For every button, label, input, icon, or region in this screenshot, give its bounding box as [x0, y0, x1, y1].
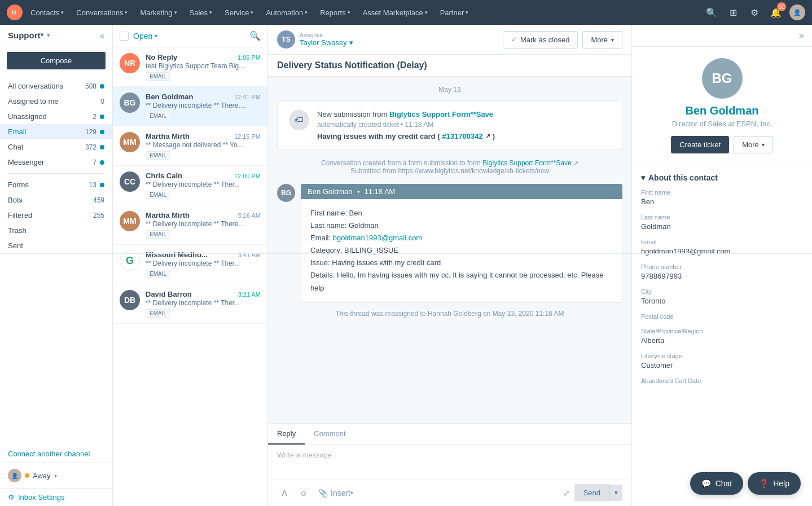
sidebar-item-unassigned[interactable]: Unassigned 2 [0, 109, 112, 124]
conv-item-marthamirth1[interactable]: MM Martha Mirth 12:15 PM ** Message not … [113, 126, 267, 166]
hubspot-logo[interactable]: H [7, 5, 23, 20]
sidebar-item-filtered[interactable]: Filtered 255 [0, 208, 112, 223]
form-name-link[interactable]: Biglytics Support Form**Save [389, 110, 493, 118]
mark-closed-button[interactable]: ✓ Mark as closed [503, 31, 578, 49]
gear-icon: ⚙ [8, 493, 15, 501]
right-sidebar-header: » [632, 25, 812, 47]
sidebar-item-messenger[interactable]: Messenger 7 [0, 155, 112, 170]
assignee-info: Assignee Taylor Swasey ▾ [300, 32, 353, 47]
left-sidebar: Support* ▾ « Compose All conversations 5… [0, 25, 113, 506]
msg-details: Details: Hello, Im having issues with my… [310, 269, 613, 294]
sidebar-item-chat[interactable]: Chat 372 [0, 139, 112, 155]
ticket-link: Having issues with my credit card ( #131… [317, 132, 495, 140]
expand-icon[interactable]: ⤢ [563, 489, 570, 498]
filter-chevron: ▾ [155, 33, 157, 39]
conv-avatar: NR [120, 53, 140, 73]
nav-divider [8, 173, 104, 174]
form-note-link[interactable]: Biglytics Support Form**Save [482, 159, 571, 167]
conv-item-marthamirth2[interactable]: MM Martha Mirth 5:16 AM ** Delivery inco… [113, 205, 267, 245]
help-button[interactable]: ❓ Help [748, 472, 801, 495]
expand-panel-icon[interactable]: » [799, 30, 804, 41]
sidebar-item-trash[interactable]: Trash [0, 223, 112, 238]
nav-asset-marketplace[interactable]: Asset Marketplace▾ [358, 6, 432, 19]
message-area: May 13 🏷 New submission from Biglytics S… [268, 77, 631, 423]
emoji-icon[interactable]: ☺ [296, 486, 311, 500]
email-dot [100, 130, 104, 134]
assignee-name[interactable]: Taylor Swasey ▾ [300, 38, 353, 47]
sidebar-item-email[interactable]: Email 129 [0, 124, 112, 139]
text-format-icon[interactable]: A [277, 486, 292, 500]
conv-avatar: DB [120, 290, 140, 310]
nav-conversations[interactable]: Conversations▾ [72, 6, 132, 19]
user-avatar[interactable]: 👤 [789, 5, 805, 20]
more-caret-icon: ▾ [762, 142, 765, 148]
sidebar-item-assigned[interactable]: Assigned to me 0 [0, 94, 112, 109]
conversation-title: Delivery Status Notification (Delay) [277, 60, 622, 71]
section-collapse-chevron[interactable]: ▾ [641, 173, 645, 182]
sidebar-item-bots[interactable]: Bots 459 [0, 192, 112, 208]
send-dropdown-caret[interactable]: ▾ [609, 485, 622, 501]
notifications-icon[interactable]: 🔔 50 [768, 5, 784, 20]
connect-another-channel[interactable]: Connect another channel [0, 445, 112, 463]
collapse-icon[interactable]: « [100, 31, 104, 40]
conv-item-missourimedhu[interactable]: G Missouri Medhu... 3:41 AM ** Delivery … [113, 245, 267, 284]
msg-sender-avatar: BG [277, 184, 295, 202]
send-button[interactable]: Send [574, 484, 609, 501]
conversation-main: TS Assignee Taylor Swasey ▾ ✓ Mark as cl… [268, 25, 631, 506]
conv-item-bengoldman[interactable]: BG Ben Goldman 12:41 PM ** Delivery inco… [113, 87, 267, 126]
create-ticket-button[interactable]: Create ticket [671, 136, 729, 153]
nav-contacts[interactable]: Contacts▾ [26, 6, 68, 19]
filter-open-button[interactable]: Open ▾ [133, 32, 157, 41]
conv-item-chriscain[interactable]: CC Chris Cain 12:00 PM ** Delivery incom… [113, 166, 267, 205]
chat-dot [100, 145, 104, 149]
msg-category: Category: BILLING_ISSUE [310, 244, 613, 257]
forms-dot [100, 183, 104, 187]
tab-comment[interactable]: Comment [305, 424, 354, 445]
away-indicator[interactable]: 👤 Away ▾ [8, 469, 57, 482]
more-button[interactable]: More ▾ [582, 31, 622, 49]
marketplace-icon[interactable]: ⊞ [725, 5, 741, 20]
nav-service[interactable]: Service▾ [220, 6, 258, 19]
conv-main-header: TS Assignee Taylor Swasey ▾ ✓ Mark as cl… [268, 25, 631, 55]
nav-partner[interactable]: Partner▾ [436, 6, 473, 19]
conv-item-davidbarron[interactable]: DB David Barron 3:21 AM ** Delivery inco… [113, 284, 267, 324]
sidebar-title[interactable]: Support* ▾ [8, 30, 50, 40]
select-all-checkbox[interactable] [120, 32, 129, 41]
nav-marketing[interactable]: Marketing▾ [135, 6, 181, 19]
msg-last-name: Last name: Goldman [310, 219, 613, 232]
conv-search-icon[interactable]: 🔍 [249, 30, 261, 41]
reply-placeholder: Write a message [277, 451, 332, 459]
sidebar-item-all[interactable]: All conversations 508 [0, 78, 112, 94]
message-bubble: BG Ben Goldman ▾ 11:18 AM First name: Be… [277, 184, 622, 303]
chat-widget-button[interactable]: 💬 Chat [690, 472, 744, 495]
field-phone: Phone number 9788697993 [641, 263, 803, 280]
header-actions: ✓ Mark as closed More ▾ [503, 31, 622, 49]
nav-sales[interactable]: Sales▾ [185, 6, 217, 19]
about-section: ▾ About this contact First name Ben Last… [632, 165, 812, 400]
conv-content: Ben Goldman 12:41 PM ** Delivery incompl… [146, 93, 261, 120]
sidebar-header-icons: « [100, 31, 104, 40]
more-actions-button[interactable]: More ▾ [734, 136, 773, 153]
field-postal: Postal code [641, 313, 803, 320]
field-state: State/Province/Region Alberta [641, 328, 803, 345]
settings-icon[interactable]: ⚙ [747, 5, 762, 20]
check-icon: ✓ [511, 36, 517, 43]
ticket-id-link[interactable]: #131700342 [442, 132, 482, 140]
assignee-caret: ▾ [349, 38, 353, 47]
search-icon[interactable]: 🔍 [704, 5, 719, 20]
nav-automation[interactable]: Automation▾ [261, 6, 312, 19]
conv-item-noreply[interactable]: NR No Reply 1:06 PM test Biglytics Suppo… [113, 47, 267, 87]
reply-input-area[interactable]: Write a message [268, 445, 631, 479]
insert-button[interactable]: Insert ▾ [335, 486, 349, 500]
nav-reports[interactable]: Reports▾ [315, 6, 355, 19]
msg-issue: Issue: Having issues with my credit card [310, 257, 613, 269]
msg-email-link[interactable]: bgoldman1993@gmail.com [333, 234, 422, 242]
attachment-icon[interactable]: 📎 [315, 486, 330, 500]
insert-caret: ▾ [350, 490, 353, 496]
sidebar-item-forms[interactable]: Forms 13 [0, 177, 112, 192]
compose-button[interactable]: Compose [7, 52, 106, 69]
inbox-settings[interactable]: ⚙ Inbox Settings [8, 493, 104, 501]
conv-content: Missouri Medhu... 3:41 AM ** Delivery in… [146, 250, 261, 278]
sidebar-item-sent[interactable]: Sent [0, 238, 112, 253]
tab-reply[interactable]: Reply [268, 424, 305, 445]
